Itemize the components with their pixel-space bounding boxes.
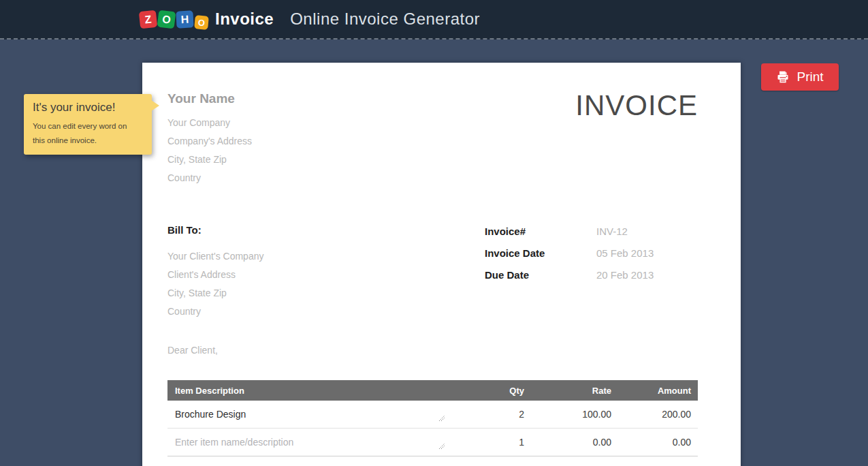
top-navbar: Z O H O Invoice Online Invoice Generator <box>0 0 868 40</box>
header-amount[interactable]: Amount <box>618 386 698 396</box>
sender-country-field[interactable]: Country <box>167 169 252 187</box>
sender-address-field[interactable]: Company's Address <box>167 132 252 151</box>
item-qty-field[interactable]: 2 <box>453 409 531 420</box>
sender-company-field[interactable]: Your Company <box>167 114 252 132</box>
app-subtitle: Online Invoice Generator <box>290 10 480 29</box>
due-date-value[interactable]: 20 Feb 2013 <box>596 269 654 281</box>
header-qty[interactable]: Qty <box>453 386 531 396</box>
invoice-date-row: Invoice Date 05 Feb 2013 <box>485 247 654 269</box>
bill-to-block: Bill To: Your Client's Company Client's … <box>167 224 263 321</box>
table-row: Brochure Design 2 100.00 200.00 <box>167 401 698 429</box>
due-date-row: Due Date 20 Feb 2013 <box>485 269 654 291</box>
zoho-logo-tile-o2: O <box>194 15 209 30</box>
page: Z O H O Invoice Online Invoice Generator… <box>0 0 868 466</box>
item-rate-field[interactable]: 100.00 <box>531 409 618 420</box>
sender-block: Your Name Your Company Company's Address… <box>167 91 252 187</box>
item-description-field[interactable]: Enter item name/description <box>175 437 293 448</box>
client-company-field[interactable]: Your Client's Company <box>167 247 263 266</box>
tooltip-arrow-icon <box>151 100 159 111</box>
invoice-date-label[interactable]: Invoice Date <box>485 247 596 259</box>
tooltip-text-line1: You can edit every word on <box>33 119 143 134</box>
tooltip-title: It's your invoice! <box>33 101 143 114</box>
brand-name: Invoice <box>215 10 274 29</box>
item-description-field[interactable]: Brochure Design <box>175 409 246 420</box>
invoice-number-row: Invoice# INV-12 <box>485 226 654 247</box>
printer-icon <box>776 70 790 84</box>
bill-to-label[interactable]: Bill To: <box>167 224 263 236</box>
greeting-field[interactable]: Dear Client, <box>167 345 218 356</box>
zoho-logo-tile-o1: O <box>157 10 176 29</box>
resize-grip-icon[interactable] <box>438 443 445 450</box>
invoice-paper: Your Name Your Company Company's Address… <box>142 63 741 466</box>
items-table-header: Item Description Qty Rate Amount <box>167 380 698 401</box>
due-date-label[interactable]: Due Date <box>485 269 596 281</box>
client-city-field[interactable]: City, State Zip <box>167 284 263 302</box>
zoho-logo-tile-z: Z <box>139 10 157 28</box>
print-button[interactable]: Print <box>761 63 839 91</box>
sender-name-field[interactable]: Your Name <box>167 91 252 106</box>
print-button-label: Print <box>797 69 823 84</box>
item-amount-value: 200.00 <box>618 409 698 420</box>
item-qty-field[interactable]: 1 <box>453 437 531 448</box>
header-rate[interactable]: Rate <box>531 386 618 396</box>
item-amount-value: 0.00 <box>618 437 698 448</box>
client-address-field[interactable]: Client's Address <box>167 266 263 284</box>
invoice-number-value[interactable]: INV-12 <box>596 226 628 237</box>
item-rate-field[interactable]: 0.00 <box>531 437 618 448</box>
resize-grip-icon[interactable] <box>438 415 445 422</box>
invoice-title[interactable]: INVOICE <box>575 91 698 120</box>
items-table: Item Description Qty Rate Amount Brochur… <box>167 380 698 456</box>
invoice-number-label[interactable]: Invoice# <box>485 226 596 237</box>
client-country-field[interactable]: Country <box>167 302 263 321</box>
header-item-description[interactable]: Item Description <box>167 386 453 396</box>
sender-city-field[interactable]: City, State Zip <box>167 151 252 169</box>
zoho-logo-tile-h: H <box>176 10 193 28</box>
edit-hint-tooltip: It's your invoice! You can edit every wo… <box>24 94 152 155</box>
invoice-date-value[interactable]: 05 Feb 2013 <box>596 247 654 259</box>
invoice-meta-block: Invoice# INV-12 Invoice Date 05 Feb 2013… <box>485 226 654 291</box>
tooltip-text-line2: this online invoice. <box>33 134 143 148</box>
zoho-logo: Z O H O Invoice <box>140 10 274 29</box>
table-row: Enter item name/description 1 0.00 0.00 <box>167 429 698 456</box>
